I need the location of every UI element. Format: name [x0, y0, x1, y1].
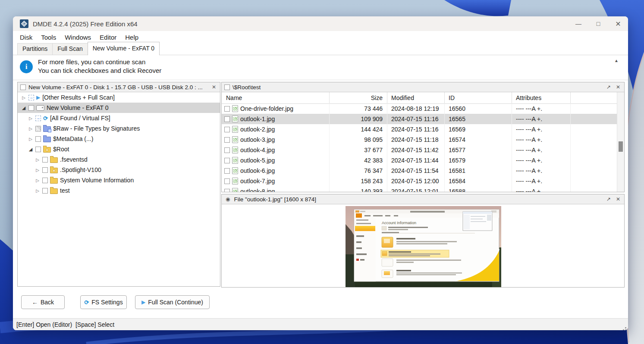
tree-item-raw[interactable]: ▷ $Raw - File Types by Signatures [18, 123, 220, 134]
row-checkbox[interactable] [224, 168, 230, 174]
tree-header-checkbox[interactable] [20, 84, 26, 90]
fs-settings-button[interactable]: ⟳ FS Settings [80, 295, 127, 309]
row-checkbox[interactable] [224, 127, 230, 132]
menu-tools[interactable]: Tools [37, 34, 60, 41]
chevron-expanded-icon[interactable]: ◢ [28, 147, 33, 152]
tree-item-checkbox[interactable] [35, 147, 41, 152]
tree-item-system-volume[interactable]: ▷ System Volume Information [18, 175, 220, 185]
file-modified: 2024-07-15 11:18 [387, 134, 445, 145]
tab-bar: Partitions Full Scan New Volume - ExFAT … [13, 43, 628, 55]
status-bar: [Enter] Open (Editor) [Space] Select [13, 318, 628, 330]
tree-item-label: System Volume Information [60, 177, 134, 184]
chevron-expanded-icon[interactable]: ◢ [21, 105, 26, 111]
column-name[interactable]: Name [222, 92, 330, 103]
status-text: [Enter] Open (Editor) [Space] Select [16, 321, 114, 328]
tab-partitions[interactable]: Partitions [17, 43, 53, 55]
row-checkbox[interactable] [224, 158, 230, 163]
full-scan-button[interactable]: ▶ Full Scan (Continue) [135, 295, 210, 309]
virtual-fs-icon: → [35, 116, 41, 121]
preview-close-icon[interactable]: ✕ [615, 196, 622, 202]
chevron-right-icon[interactable]: ▷ [35, 168, 40, 172]
tree-item-metadata[interactable]: ▷ $MetaData (...) [18, 134, 220, 144]
table-row[interactable]: outlook-6.jpg 76 347 2024-07-15 11:54 16… [222, 166, 617, 176]
image-file-icon [232, 178, 238, 185]
column-attributes[interactable]: Attributes [512, 92, 571, 103]
file-size: 109 909 [330, 114, 387, 124]
tab-full-scan[interactable]: Full Scan [52, 43, 88, 55]
tree-item-test[interactable]: ▷ test [18, 185, 220, 196]
tree-item-checkbox[interactable] [42, 178, 48, 183]
close-button[interactable]: ✕ [608, 16, 628, 31]
column-size[interactable]: Size [330, 92, 387, 103]
tree-item-checkbox[interactable] [42, 188, 48, 194]
scrollbar-thumb[interactable] [619, 141, 623, 152]
file-header-checkbox[interactable] [224, 84, 230, 90]
menu-editor[interactable]: Editor [95, 34, 121, 41]
file-panel-expand-icon[interactable]: ↗ [605, 84, 612, 90]
row-checkbox[interactable] [224, 189, 230, 192]
back-button[interactable]: ← Back [21, 295, 65, 309]
row-checkbox[interactable] [224, 178, 230, 184]
file-name: outlook-6.jpg [240, 167, 275, 174]
table-row-clipped[interactable]: outlook-8.jpg 140 393 2024-07-15 12:01 1… [222, 186, 617, 192]
banner-collapse-button[interactable]: ▲ [614, 58, 619, 63]
row-checkbox[interactable] [224, 106, 230, 112]
chevron-right-icon[interactable]: ▷ [28, 137, 33, 141]
row-checkbox[interactable] [224, 147, 230, 153]
menu-bar: Disk Tools Windows Editor Help [13, 31, 628, 43]
menu-windows[interactable]: Windows [60, 34, 95, 41]
tree-item-checkbox[interactable] [42, 157, 48, 163]
tree-item-checkbox[interactable] [35, 136, 41, 142]
resize-grip[interactable] [625, 327, 626, 328]
folder-icon [50, 188, 58, 194]
table-row-selected[interactable]: outlook-1.jpg 109 909 2024-07-15 11:16 1… [222, 114, 617, 124]
tab-new-volume[interactable]: New Volume - ExFAT 0 [88, 42, 160, 55]
tree-item-all-found[interactable]: ▷ → ⟳ [All Found / Virtual FS] [18, 113, 220, 123]
window-controls: — □ ✕ [569, 16, 628, 31]
file-size: 144 424 [330, 124, 387, 134]
folder-open-icon [43, 147, 51, 153]
device-tree-panel: New Volume - ExFAT 0 - Disk 1 - 15.7 GB … [17, 82, 220, 287]
tree-item-label: $Root [53, 146, 69, 153]
tree-item-fseventsd[interactable]: ▷ .fseventsd [18, 154, 220, 165]
tree-item-checkbox[interactable] [42, 167, 48, 173]
row-checkbox[interactable] [224, 116, 230, 122]
title-bar[interactable]: DMDE 4.2.4 (2025) Free Edition x64 — □ ✕ [13, 16, 628, 31]
menu-help[interactable]: Help [121, 34, 143, 41]
column-modified[interactable]: Modified [387, 92, 445, 103]
vertical-scrollbar[interactable] [617, 92, 624, 192]
tree-item-new-volume[interactable]: ◢ New Volume - ExFAT 0 [18, 103, 220, 113]
table-row[interactable]: outlook-3.jpg 98 095 2024-07-15 11:18 16… [222, 134, 617, 145]
chevron-right-icon[interactable]: ▷ [35, 157, 40, 162]
menu-disk[interactable]: Disk [16, 34, 37, 41]
tree-item-spotlight[interactable]: ▷ .Spotlight-V100 [18, 165, 220, 175]
column-id[interactable]: ID [445, 92, 512, 103]
preview-expand-icon[interactable]: ↗ [605, 196, 612, 202]
table-row[interactable]: outlook-4.jpg 37 677 2024-07-15 11:42 16… [222, 145, 617, 155]
table-row[interactable]: outlook-7.jpg 158 243 2024-07-15 12:00 1… [222, 176, 617, 186]
maximize-button[interactable]: □ [588, 16, 608, 31]
desktop: DMDE 4.2.4 (2025) Free Edition x64 — □ ✕… [0, 0, 644, 344]
chevron-right-icon[interactable]: ▷ [35, 188, 40, 193]
file-panel-close-icon[interactable]: ✕ [615, 84, 622, 90]
chevron-right-icon[interactable]: ▷ [35, 178, 40, 183]
tree-item-other-results[interactable]: ▷ → ▶ [Other Results + Full Scan] [18, 92, 220, 103]
tree-panel-close-icon[interactable]: ✕ [210, 84, 217, 90]
table-row[interactable]: outlook-2.jpg 144 424 2024-07-15 11:16 1… [222, 124, 617, 134]
info-banner: i For more files, you can continue scan … [13, 55, 628, 80]
chevron-right-icon[interactable]: ▷ [21, 95, 26, 100]
table-row[interactable]: outlook-5.jpg 42 383 2024-07-15 11:44 16… [222, 155, 617, 166]
file-size: 37 677 [330, 145, 387, 155]
chevron-right-icon[interactable]: ▷ [28, 116, 33, 121]
minimize-button[interactable]: — [569, 16, 588, 31]
tree-item-checkbox[interactable] [35, 126, 41, 131]
table-row[interactable]: One-drive-folder.jpg 73 446 2024-08-18 1… [222, 103, 617, 114]
row-checkbox[interactable] [224, 137, 230, 143]
window-title: DMDE 4.2.4 (2025) Free Edition x64 [33, 20, 138, 28]
preview-image[interactable]: Account Information [346, 206, 501, 287]
file-panel-header: \$Root\test ↗ ✕ [222, 82, 624, 92]
chevron-right-icon[interactable]: ▷ [28, 126, 33, 131]
tree-item-checkbox[interactable] [28, 105, 34, 111]
tree-item-root[interactable]: ◢ $Root [18, 144, 220, 154]
image-file-icon [232, 126, 238, 133]
